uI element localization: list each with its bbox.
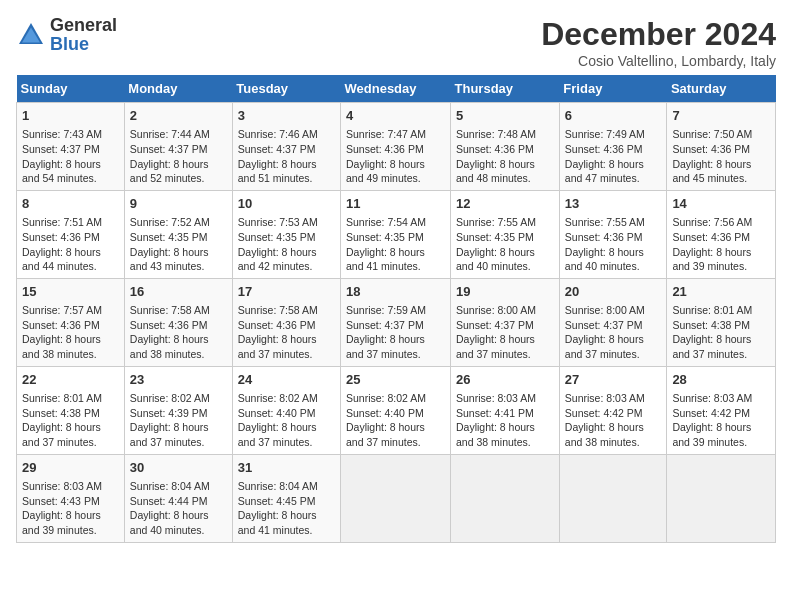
cell-text: and 37 minutes.: [456, 347, 554, 362]
cell-text: Sunrise: 7:55 AM: [456, 215, 554, 230]
cell-text: Sunrise: 7:58 AM: [130, 303, 227, 318]
day-number: 18: [346, 283, 445, 301]
cell-text: and 44 minutes.: [22, 259, 119, 274]
calendar-week-row: 1Sunrise: 7:43 AMSunset: 4:37 PMDaylight…: [17, 103, 776, 191]
cell-text: Daylight: 8 hours: [565, 245, 662, 260]
day-number: 24: [238, 371, 335, 389]
cell-text: Sunset: 4:35 PM: [346, 230, 445, 245]
cell-text: Daylight: 8 hours: [238, 420, 335, 435]
day-number: 8: [22, 195, 119, 213]
calendar-cell: 14Sunrise: 7:56 AMSunset: 4:36 PMDayligh…: [667, 190, 776, 278]
cell-text: Daylight: 8 hours: [22, 245, 119, 260]
cell-text: Sunrise: 7:55 AM: [565, 215, 662, 230]
cell-text: Daylight: 8 hours: [672, 157, 770, 172]
cell-text: and 37 minutes.: [346, 347, 445, 362]
cell-text: Daylight: 8 hours: [565, 420, 662, 435]
cell-text: Sunrise: 8:00 AM: [565, 303, 662, 318]
day-number: 16: [130, 283, 227, 301]
cell-text: Sunrise: 8:02 AM: [130, 391, 227, 406]
cell-text: Sunset: 4:42 PM: [565, 406, 662, 421]
cell-text: Daylight: 8 hours: [22, 508, 119, 523]
cell-text: Sunset: 4:36 PM: [565, 142, 662, 157]
cell-text: Sunset: 4:36 PM: [672, 230, 770, 245]
calendar-subtitle: Cosio Valtellino, Lombardy, Italy: [541, 53, 776, 69]
day-number: 20: [565, 283, 662, 301]
cell-text: Sunrise: 8:02 AM: [346, 391, 445, 406]
day-number: 11: [346, 195, 445, 213]
cell-text: and 39 minutes.: [672, 435, 770, 450]
day-number: 29: [22, 459, 119, 477]
cell-text: Sunrise: 8:02 AM: [238, 391, 335, 406]
day-number: 26: [456, 371, 554, 389]
cell-text: Sunset: 4:38 PM: [22, 406, 119, 421]
calendar-body: 1Sunrise: 7:43 AMSunset: 4:37 PMDaylight…: [17, 103, 776, 543]
calendar-week-row: 22Sunrise: 8:01 AMSunset: 4:38 PMDayligh…: [17, 366, 776, 454]
calendar-cell: 2Sunrise: 7:44 AMSunset: 4:37 PMDaylight…: [124, 103, 232, 191]
logo-text: General Blue: [50, 16, 117, 54]
title-area: December 2024 Cosio Valtellino, Lombardy…: [541, 16, 776, 69]
day-number: 17: [238, 283, 335, 301]
cell-text: Sunrise: 8:01 AM: [672, 303, 770, 318]
day-number: 7: [672, 107, 770, 125]
calendar-cell: 4Sunrise: 7:47 AMSunset: 4:36 PMDaylight…: [341, 103, 451, 191]
cell-text: Sunrise: 7:46 AM: [238, 127, 335, 142]
cell-text: Daylight: 8 hours: [238, 332, 335, 347]
cell-text: and 41 minutes.: [346, 259, 445, 274]
cell-text: Daylight: 8 hours: [130, 245, 227, 260]
day-number: 14: [672, 195, 770, 213]
cell-text: Daylight: 8 hours: [130, 332, 227, 347]
logo-icon: [16, 20, 46, 50]
cell-text: Daylight: 8 hours: [672, 420, 770, 435]
cell-text: Sunset: 4:37 PM: [565, 318, 662, 333]
calendar-cell: 16Sunrise: 7:58 AMSunset: 4:36 PMDayligh…: [124, 278, 232, 366]
calendar-cell: 30Sunrise: 8:04 AMSunset: 4:44 PMDayligh…: [124, 454, 232, 542]
calendar-cell: 20Sunrise: 8:00 AMSunset: 4:37 PMDayligh…: [559, 278, 667, 366]
cell-text: Daylight: 8 hours: [238, 245, 335, 260]
cell-text: and 48 minutes.: [456, 171, 554, 186]
cell-text: Sunset: 4:36 PM: [565, 230, 662, 245]
cell-text: and 37 minutes.: [565, 347, 662, 362]
cell-text: and 37 minutes.: [238, 435, 335, 450]
cell-text: Daylight: 8 hours: [22, 332, 119, 347]
cell-text: and 51 minutes.: [238, 171, 335, 186]
cell-text: Sunrise: 7:51 AM: [22, 215, 119, 230]
cell-text: and 42 minutes.: [238, 259, 335, 274]
cell-text: Sunset: 4:37 PM: [456, 318, 554, 333]
cell-text: Sunrise: 7:54 AM: [346, 215, 445, 230]
calendar-cell: 23Sunrise: 8:02 AMSunset: 4:39 PMDayligh…: [124, 366, 232, 454]
cell-text: Daylight: 8 hours: [565, 332, 662, 347]
header-cell-friday: Friday: [559, 75, 667, 103]
cell-text: Sunrise: 8:04 AM: [130, 479, 227, 494]
cell-text: Sunrise: 7:58 AM: [238, 303, 335, 318]
cell-text: Sunrise: 8:03 AM: [565, 391, 662, 406]
cell-text: Sunrise: 7:44 AM: [130, 127, 227, 142]
calendar-cell: 6Sunrise: 7:49 AMSunset: 4:36 PMDaylight…: [559, 103, 667, 191]
calendar-cell: 29Sunrise: 8:03 AMSunset: 4:43 PMDayligh…: [17, 454, 125, 542]
calendar-cell: 22Sunrise: 8:01 AMSunset: 4:38 PMDayligh…: [17, 366, 125, 454]
header-cell-sunday: Sunday: [17, 75, 125, 103]
cell-text: and 45 minutes.: [672, 171, 770, 186]
calendar-cell: [667, 454, 776, 542]
cell-text: Sunrise: 7:56 AM: [672, 215, 770, 230]
calendar-cell: 8Sunrise: 7:51 AMSunset: 4:36 PMDaylight…: [17, 190, 125, 278]
cell-text: and 41 minutes.: [238, 523, 335, 538]
day-number: 23: [130, 371, 227, 389]
calendar-cell: 17Sunrise: 7:58 AMSunset: 4:36 PMDayligh…: [232, 278, 340, 366]
day-number: 10: [238, 195, 335, 213]
calendar-table: SundayMondayTuesdayWednesdayThursdayFrid…: [16, 75, 776, 543]
calendar-week-row: 29Sunrise: 8:03 AMSunset: 4:43 PMDayligh…: [17, 454, 776, 542]
cell-text: Sunset: 4:35 PM: [456, 230, 554, 245]
calendar-title: December 2024: [541, 16, 776, 53]
day-number: 28: [672, 371, 770, 389]
cell-text: Sunrise: 8:03 AM: [672, 391, 770, 406]
calendar-cell: 3Sunrise: 7:46 AMSunset: 4:37 PMDaylight…: [232, 103, 340, 191]
cell-text: Sunset: 4:36 PM: [238, 318, 335, 333]
day-number: 31: [238, 459, 335, 477]
calendar-cell: 10Sunrise: 7:53 AMSunset: 4:35 PMDayligh…: [232, 190, 340, 278]
cell-text: Sunrise: 7:59 AM: [346, 303, 445, 318]
header-cell-saturday: Saturday: [667, 75, 776, 103]
cell-text: Sunrise: 7:53 AM: [238, 215, 335, 230]
header-cell-wednesday: Wednesday: [341, 75, 451, 103]
cell-text: Sunrise: 7:43 AM: [22, 127, 119, 142]
day-number: 12: [456, 195, 554, 213]
